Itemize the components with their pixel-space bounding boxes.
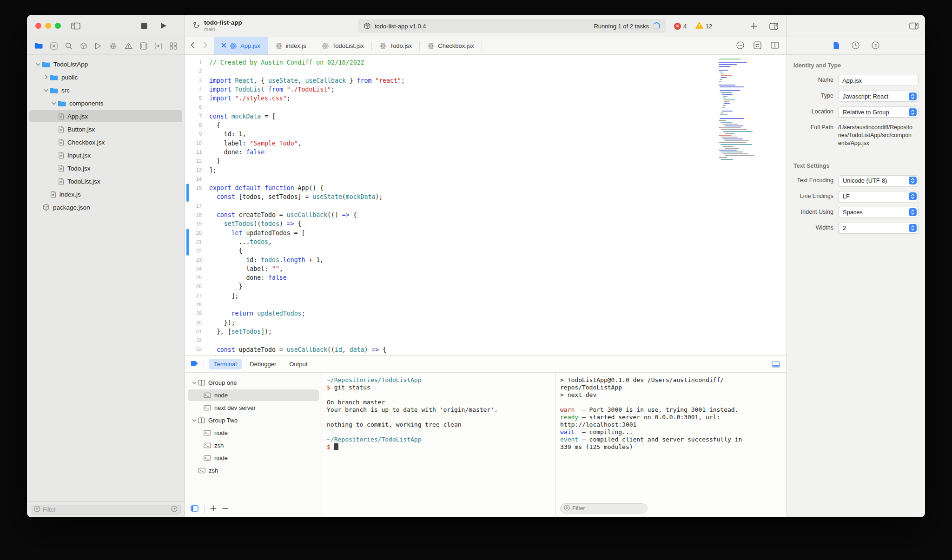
- terminal-session-node[interactable]: node: [185, 427, 322, 439]
- code-text: const createTodo = useCallback(() => {: [209, 211, 357, 219]
- tab-Todo.jsx[interactable]: Todo.jsx: [372, 37, 420, 54]
- terminal-session-node[interactable]: node: [185, 389, 322, 402]
- toggle-right-sidebar-icon[interactable]: [909, 22, 919, 30]
- terminal-session-node[interactable]: node: [185, 452, 322, 464]
- warning-count-badge[interactable]: 12: [695, 22, 713, 30]
- inspector-select-location[interactable]: Relative to Group: [838, 106, 919, 118]
- chevron-down-icon[interactable]: [42, 89, 50, 92]
- sidebar-item-Input.jsx[interactable]: Input.jsx: [27, 149, 185, 162]
- tab-Checkbox.jsx[interactable]: Checkbox.jsx: [420, 37, 481, 54]
- sidebar-item-index.js[interactable]: index.js: [27, 188, 185, 201]
- code-line: 25 done: false: [185, 273, 787, 282]
- diagnostics[interactable]: ✕ 4 12: [674, 15, 713, 37]
- add-filter-icon[interactable]: [171, 506, 178, 514]
- collapse-panel-icon[interactable]: [772, 361, 780, 368]
- inspector-select-type[interactable]: Javascript: React: [838, 91, 919, 102]
- sidebar-item-src[interactable]: src: [27, 84, 185, 97]
- code-line: 13];: [185, 166, 787, 175]
- navigator-tab-bug-icon[interactable]: [109, 42, 117, 50]
- terminal-session-zsh[interactable]: zsh: [185, 464, 322, 477]
- zoom-window-button[interactable]: [55, 23, 61, 29]
- select-stepper-icon[interactable]: [909, 224, 917, 232]
- inspector-select-line-endings[interactable]: LF: [838, 191, 919, 202]
- panel-tab-Debugger[interactable]: Debugger: [245, 359, 281, 369]
- terminal-session-Group-one[interactable]: Group one: [185, 376, 322, 389]
- terminal-pane-left[interactable]: ~/Repositories/TodoListApp$ git status O…: [322, 373, 555, 517]
- navigator-tab-provision-icon[interactable]: [155, 42, 162, 50]
- terminal-session-next-dev-server[interactable]: next dev server: [185, 402, 322, 414]
- select-stepper-icon[interactable]: [909, 192, 917, 200]
- select-stepper-icon[interactable]: [909, 177, 917, 184]
- drawer-tag-icon[interactable]: [191, 360, 199, 368]
- inspector-name-input[interactable]: [838, 75, 919, 86]
- chevron-down-icon[interactable]: [50, 102, 58, 105]
- sidebar-item-package.json[interactable]: package.json: [27, 201, 185, 214]
- file-label: App.jsx: [67, 113, 88, 120]
- error-count-badge[interactable]: ✕ 4: [674, 23, 687, 30]
- history-back-icon[interactable]: [191, 42, 195, 50]
- navigator-tab-package-icon[interactable]: [80, 42, 87, 50]
- activity-viewer[interactable]: todo-list-app v1.0.4 Running 1 of 2 task…: [358, 19, 666, 33]
- sidebar-item-Button.jsx[interactable]: Button.jsx: [27, 123, 185, 136]
- terminal-filter-field[interactable]: [560, 503, 648, 514]
- navigator-tab-grid-icon[interactable]: [170, 42, 177, 50]
- terminal-filter-input[interactable]: [572, 505, 644, 512]
- add-button[interactable]: [750, 23, 757, 30]
- editor-layout-icon[interactable]: [769, 23, 778, 30]
- terminal-session-Group-Two[interactable]: Group Two: [185, 414, 322, 427]
- panel-tab-Terminal[interactable]: Terminal: [209, 359, 242, 369]
- minimap-line: [719, 127, 741, 128]
- split-editor-icon[interactable]: [771, 42, 779, 50]
- panel-tab-Output[interactable]: Output: [284, 359, 312, 369]
- navigator-filter-field[interactable]: [31, 505, 181, 515]
- add-terminal-icon[interactable]: [210, 505, 217, 514]
- chevron-down-icon[interactable]: [191, 419, 198, 422]
- more-options-icon[interactable]: [736, 41, 744, 51]
- stop-task-button[interactable]: [141, 23, 147, 29]
- minimap[interactable]: [719, 59, 765, 161]
- terminal-session-zsh[interactable]: zsh: [185, 439, 322, 452]
- sidebar-item-TodoListApp[interactable]: TodoListApp: [27, 58, 185, 71]
- inspector-select-text-encoding[interactable]: Unicode (UTF-8): [838, 175, 919, 186]
- terminal-line: repos/TodoListApp: [560, 384, 782, 391]
- navigator-tab-folder-icon[interactable]: [34, 42, 43, 49]
- select-stepper-icon[interactable]: [909, 92, 917, 100]
- code-editor[interactable]: 1// Created by Austin Condiff on 02/16/2…: [185, 55, 787, 356]
- tab-TodoList.jsx[interactable]: TodoList.jsx: [314, 37, 371, 54]
- navigator-tab-square-x-icon[interactable]: [50, 42, 58, 50]
- run-button[interactable]: [160, 22, 167, 29]
- navigator-tab-play-outline-icon[interactable]: [95, 42, 101, 50]
- inspector-select-indent-using[interactable]: Spaces: [838, 207, 919, 218]
- file-inspector-icon[interactable]: [833, 41, 840, 51]
- chevron-down-icon[interactable]: [34, 63, 42, 66]
- inspector-select-widths[interactable]: 2: [838, 223, 919, 234]
- close-tab-icon[interactable]: [221, 42, 226, 49]
- chevron-right-icon[interactable]: [42, 75, 50, 79]
- help-inspector-icon[interactable]: ?: [872, 41, 879, 51]
- close-window-button[interactable]: [35, 23, 41, 29]
- tab-App.jsx[interactable]: App.jsx: [214, 37, 268, 54]
- sidebar-item-public[interactable]: public: [27, 71, 185, 84]
- select-stepper-icon[interactable]: [909, 208, 917, 216]
- terminal-pane-right[interactable]: > TodoListApp@0.1.0 dev /Users/austincon…: [555, 373, 787, 517]
- sidebar-item-TodoList.jsx[interactable]: TodoList.jsx: [27, 175, 185, 188]
- toggle-left-sidebar-icon[interactable]: [71, 22, 80, 30]
- chevron-down-icon[interactable]: [191, 381, 198, 384]
- minimize-window-button[interactable]: [45, 23, 51, 29]
- history-forward-icon[interactable]: [203, 42, 207, 50]
- sidebar-item-App.jsx[interactable]: App.jsx: [27, 110, 185, 123]
- navigator-filter-input[interactable]: [43, 507, 169, 513]
- select-stepper-icon[interactable]: [909, 108, 917, 116]
- remove-terminal-icon[interactable]: [222, 505, 229, 514]
- navigator-tab-braces-icon[interactable]: { }: [140, 42, 147, 50]
- sidebar-item-Todo.jsx[interactable]: Todo.jsx: [27, 162, 185, 175]
- toggle-sessions-sidebar-icon[interactable]: [191, 505, 198, 514]
- sidebar-item-components[interactable]: components: [27, 97, 185, 110]
- history-inspector-icon[interactable]: [852, 41, 859, 51]
- navigator-tab-search-icon[interactable]: [65, 42, 73, 50]
- project-identity[interactable]: todo-list-app main: [185, 19, 242, 32]
- sidebar-item-Checkbox.jsx[interactable]: Checkbox.jsx: [27, 136, 185, 149]
- swap-file-icon[interactable]: [754, 41, 761, 51]
- navigator-tab-warning-outline-icon[interactable]: [125, 42, 132, 49]
- tab-index.js[interactable]: index.js: [268, 37, 314, 54]
